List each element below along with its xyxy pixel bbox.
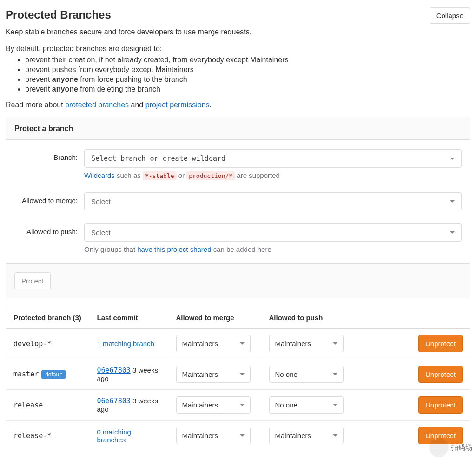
chevron-down-icon [333, 373, 337, 375]
branch-name: release [13, 401, 43, 409]
push-help: Only groups that have this project share… [84, 245, 462, 253]
row-merge-select[interactable]: Maintainers [176, 427, 251, 444]
chevron-down-icon [450, 200, 455, 203]
row-merge-value: Maintainers [182, 370, 218, 378]
chevron-down-icon [333, 434, 337, 437]
branch-help-text-2: or [177, 171, 187, 179]
row-push-value: No one [275, 370, 298, 378]
unprotect-button[interactable]: Unprotect [418, 366, 463, 383]
unprotect-button[interactable]: Unprotect [418, 335, 463, 352]
row-merge-select[interactable]: Maintainers [176, 335, 251, 352]
chevron-down-icon [333, 342, 337, 345]
watermark-text: 拍码场 [451, 443, 472, 452]
row-merge-select[interactable]: Maintainers [176, 396, 251, 414]
branch-select[interactable]: Select branch or create wildcard [84, 149, 462, 168]
intro-rule-item: prevent their creation, if not already c… [25, 56, 470, 64]
chevron-down-icon [240, 373, 245, 375]
shared-project-link[interactable]: have this project shared [137, 245, 211, 253]
protected-branches-link[interactable]: protected branches [65, 101, 129, 109]
page-title: Protected Branches [6, 8, 111, 21]
branch-help-text-1: such as [115, 171, 143, 179]
commit-link[interactable]: 1 matching branch [97, 340, 154, 348]
project-permissions-link[interactable]: project permissions [145, 101, 210, 109]
row-merge-value: Maintainers [182, 401, 218, 409]
table-row: masterdefault06e67803 3 weeks agoMaintai… [6, 359, 470, 390]
wildcards-link[interactable]: Wildcards [84, 171, 115, 179]
chevron-down-icon [450, 158, 455, 160]
branch-label: Branch: [14, 149, 84, 161]
row-push-value: Maintainers [275, 432, 311, 440]
branch-help-text-3: are supported [235, 171, 280, 179]
commit-link[interactable]: 06e67803 [97, 366, 131, 375]
th-commit: Last commit [90, 307, 169, 329]
intro-rule-item: prevent pushes from everybody except Mai… [25, 66, 470, 74]
row-merge-value: Maintainers [182, 432, 218, 440]
protect-branch-panel: Protect a branch Branch: Select branch o… [6, 118, 470, 298]
row-push-select[interactable]: No one [269, 396, 344, 414]
allowed-push-select[interactable]: Select [84, 223, 462, 242]
branch-name: release-* [13, 432, 51, 440]
row-merge-select[interactable]: Maintainers [176, 366, 251, 383]
watermark: 拍码场 [429, 438, 472, 457]
row-push-select[interactable]: No one [269, 366, 344, 383]
branch-name: master [13, 370, 39, 378]
intro-designed-to: By default, protected branches are desig… [6, 45, 470, 53]
read-more-suffix: . [209, 101, 211, 109]
branch-select-placeholder: Select branch or create wildcard [91, 154, 225, 163]
protected-branches-table: Protected branch (3) Last commit Allowed… [6, 307, 470, 451]
chevron-down-icon [240, 342, 245, 345]
table-row: develop-*1 matching branchMaintainersMai… [6, 329, 470, 359]
read-more-line: Read more about protected branches and p… [6, 101, 470, 109]
row-push-select[interactable]: Maintainers [269, 427, 344, 444]
protect-button[interactable]: Protect [14, 272, 51, 289]
protect-panel-title: Protect a branch [6, 118, 470, 140]
wildcard-example-1: *-stable [143, 171, 177, 180]
intro-subtitle: Keep stable branches secure and force de… [6, 28, 470, 36]
default-badge: default [41, 370, 66, 379]
table-row: release-*0 matching branchesMaintainersM… [6, 421, 470, 451]
push-help-2: can be added here [212, 245, 271, 253]
allowed-merge-select[interactable]: Select [84, 192, 462, 210]
th-push: Allowed to push [262, 307, 355, 329]
chevron-down-icon [240, 434, 245, 437]
unprotect-button[interactable]: Unprotect [418, 396, 463, 414]
th-action [355, 307, 470, 329]
wildcard-example-2: production/* [186, 171, 235, 180]
table-row: release06e67803 3 weeks agoMaintainersNo… [6, 390, 470, 421]
read-more-prefix: Read more about [6, 101, 65, 109]
row-merge-value: Maintainers [182, 340, 218, 348]
chevron-down-icon [333, 404, 337, 406]
allowed-push-label: Allowed to push: [14, 223, 84, 236]
row-push-select[interactable]: Maintainers [269, 335, 344, 352]
push-help-1: Only groups that [84, 245, 137, 253]
row-push-value: Maintainers [275, 340, 311, 348]
allowed-merge-label: Allowed to merge: [14, 192, 84, 204]
intro-rules-list: prevent their creation, if not already c… [6, 56, 470, 93]
read-more-mid: and [129, 101, 145, 109]
commit-link[interactable]: 06e67803 [97, 397, 131, 405]
branch-help: Wildcards such as *-stable or production… [84, 171, 462, 179]
allowed-push-placeholder: Select [91, 229, 111, 237]
chevron-down-icon [240, 404, 245, 406]
commit-link[interactable]: 0 matching branches [97, 428, 131, 444]
chevron-down-icon [450, 231, 455, 234]
branch-name: develop-* [13, 340, 51, 348]
th-branch: Protected branch (3) [6, 307, 90, 329]
allowed-merge-placeholder: Select [91, 197, 111, 205]
th-merge: Allowed to merge [169, 307, 262, 329]
row-push-value: No one [275, 401, 298, 409]
watermark-icon [429, 438, 449, 457]
intro-rule-item: prevent anyone from force pushing to the… [25, 75, 470, 84]
intro-rule-item: prevent anyone from deleting the branch [25, 85, 470, 93]
collapse-button[interactable]: Collapse [430, 7, 470, 24]
